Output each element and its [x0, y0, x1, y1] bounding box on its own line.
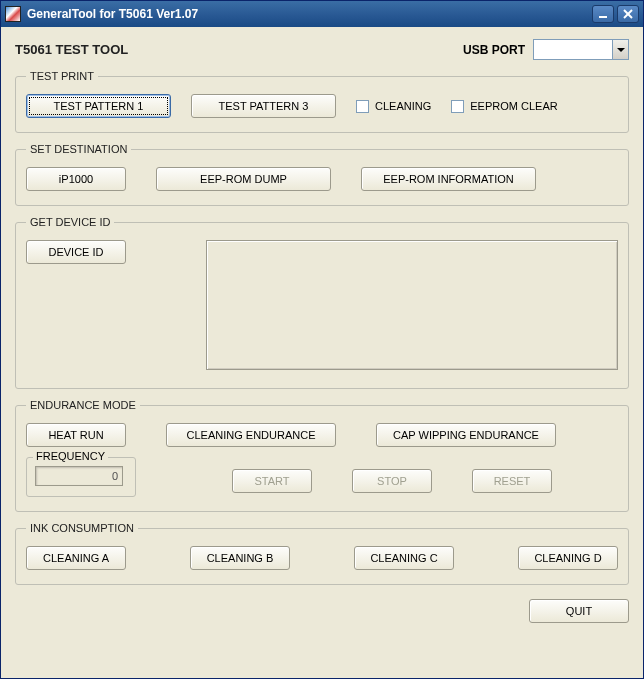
close-icon: [623, 9, 633, 19]
eeprom-clear-checkbox[interactable]: EEPROM CLEAR: [451, 100, 557, 113]
svg-rect-0: [599, 16, 607, 18]
set-destination-group: SET DESTINATION iP1000 EEP-ROM DUMP EEP-…: [15, 143, 629, 206]
device-id-button[interactable]: DEVICE ID: [26, 240, 126, 264]
cleaning-c-button[interactable]: CLEANING C: [354, 546, 454, 570]
tool-title: T5061 TEST TOOL: [15, 42, 128, 57]
cleaning-b-button[interactable]: CLEANING B: [190, 546, 290, 570]
close-button[interactable]: [617, 5, 639, 23]
eeprom-dump-button[interactable]: EEP-ROM DUMP: [156, 167, 331, 191]
ink-consumption-legend: INK CONSUMPTION: [26, 522, 138, 534]
reset-button[interactable]: RESET: [472, 469, 552, 493]
cleaning-d-button[interactable]: CLEANING D: [518, 546, 618, 570]
frequency-group: FREQUENCY: [26, 457, 136, 497]
frequency-input[interactable]: [35, 466, 123, 486]
endurance-mode-group: ENDURANCE MODE HEAT RUN CLEANING ENDURAN…: [15, 399, 629, 512]
ink-consumption-group: INK CONSUMPTION CLEANING A CLEANING B CL…: [15, 522, 629, 585]
eeprom-clear-checkbox-label: EEPROM CLEAR: [470, 100, 557, 112]
frequency-label: FREQUENCY: [33, 450, 108, 462]
get-device-id-legend: GET DEVICE ID: [26, 216, 114, 228]
test-print-legend: TEST PRINT: [26, 70, 98, 82]
cleaning-checkbox-label: CLEANING: [375, 100, 431, 112]
app-icon: [5, 6, 21, 22]
device-id-output-panel: [206, 240, 618, 370]
app-window: GeneralTool for T5061 Ver1.07 T5061 TEST…: [0, 0, 644, 679]
stop-button[interactable]: STOP: [352, 469, 432, 493]
client-area: T5061 TEST TOOL USB PORT TEST PRINT TEST…: [5, 31, 639, 674]
test-print-group: TEST PRINT TEST PATTERN 1 TEST PATTERN 3…: [15, 70, 629, 133]
heat-run-button[interactable]: HEAT RUN: [26, 423, 126, 447]
quit-button[interactable]: QUIT: [529, 599, 629, 623]
chevron-down-icon: [612, 40, 628, 59]
usb-port-label: USB PORT: [463, 43, 525, 57]
test-pattern-3-button[interactable]: TEST PATTERN 3: [191, 94, 336, 118]
ip1000-button[interactable]: iP1000: [26, 167, 126, 191]
endurance-mode-legend: ENDURANCE MODE: [26, 399, 140, 411]
usb-port-select[interactable]: [533, 39, 629, 60]
checkbox-icon: [451, 100, 464, 113]
checkbox-icon: [356, 100, 369, 113]
set-destination-legend: SET DESTINATION: [26, 143, 131, 155]
titlebar: GeneralTool for T5061 Ver1.07: [1, 1, 643, 27]
eeprom-info-button[interactable]: EEP-ROM INFORMATION: [361, 167, 536, 191]
start-button[interactable]: START: [232, 469, 312, 493]
get-device-id-group: GET DEVICE ID DEVICE ID: [15, 216, 629, 389]
cleaning-checkbox[interactable]: CLEANING: [356, 100, 431, 113]
minimize-button[interactable]: [592, 5, 614, 23]
test-pattern-1-button[interactable]: TEST PATTERN 1: [26, 94, 171, 118]
window-title: GeneralTool for T5061 Ver1.07: [27, 7, 198, 21]
cap-wipping-endurance-button[interactable]: CAP WIPPING ENDURANCE: [376, 423, 556, 447]
cleaning-endurance-button[interactable]: CLEANING ENDURANCE: [166, 423, 336, 447]
minimize-icon: [598, 9, 608, 19]
cleaning-a-button[interactable]: CLEANING A: [26, 546, 126, 570]
